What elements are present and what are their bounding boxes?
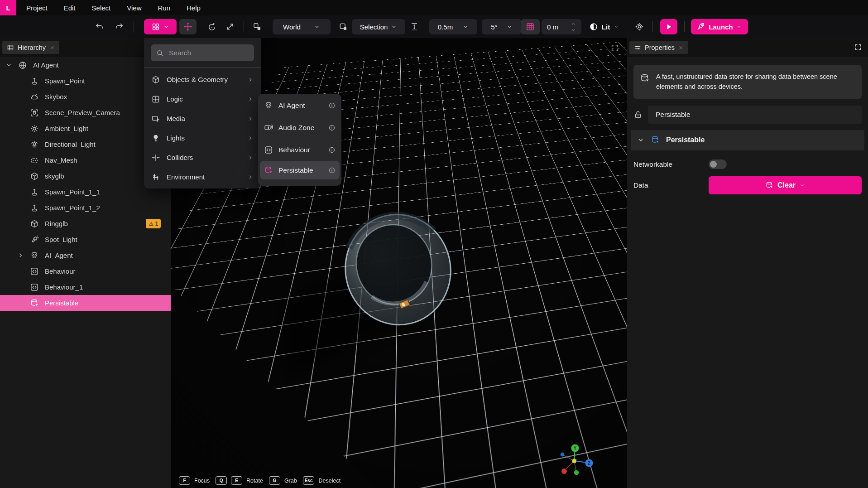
menu-item-colliders[interactable]: Colliders	[144, 148, 261, 167]
properties-tabstrip: Properties	[627, 38, 868, 57]
launch-label: Launch	[709, 23, 733, 31]
axis-x-ball[interactable]	[561, 469, 567, 474]
close-icon[interactable]	[49, 45, 55, 50]
submenu-item-persistable[interactable]: Persistable	[260, 161, 340, 179]
gizmo-center	[572, 459, 576, 463]
menu-item-logic[interactable]: Logic	[144, 89, 261, 109]
key-q: Q	[216, 476, 227, 485]
tab-hierarchy[interactable]: Hierarchy	[2, 41, 59, 54]
move-tool-icon	[183, 22, 192, 31]
menu-item-label: Logic	[167, 95, 183, 103]
submenu-item-behaviour[interactable]: Behaviour	[258, 139, 341, 161]
menu-item-objects-geometry[interactable]: Objects & Geometry	[144, 70, 261, 89]
settings-button[interactable]	[632, 19, 647, 34]
pivot-dropdown[interactable]: Selection	[352, 19, 405, 34]
undo-button[interactable]	[93, 19, 106, 34]
rotate-tool-button[interactable]	[205, 19, 219, 34]
tree-item-ai-agent[interactable]: AI_Agent	[0, 247, 171, 263]
menu-project[interactable]: Project	[26, 4, 48, 12]
chevron-down-icon	[736, 24, 742, 29]
chevron-down-icon[interactable]	[5, 62, 12, 68]
toggle-knob	[710, 161, 717, 168]
app-logo-letter: L	[6, 4, 10, 12]
chevron-down-icon[interactable]	[571, 27, 576, 33]
submenu-item-audio-zone[interactable]: Audio Zone	[258, 116, 341, 139]
info-icon[interactable]	[328, 124, 336, 131]
translate-snap-dropdown[interactable]: 0.5m	[429, 19, 477, 34]
chevron-down-icon	[462, 24, 469, 30]
menu-item-environment[interactable]: Environment	[144, 167, 261, 187]
lock-open-icon[interactable]	[633, 110, 643, 119]
tab-properties[interactable]: Properties	[629, 41, 688, 54]
snap-icon	[410, 22, 419, 31]
component-section-title: Persistable	[666, 136, 705, 144]
menu-search[interactable]	[151, 44, 254, 61]
tree-item-persistable[interactable]: Persistable	[0, 295, 171, 311]
submenu-item-ai-agent[interactable]: AI Agent	[258, 94, 341, 116]
menu-edit[interactable]: Edit	[64, 4, 76, 12]
app-logo[interactable]: L	[0, 0, 16, 15]
toolbar-divider	[684, 21, 685, 32]
properties-tab-label: Properties	[645, 44, 675, 51]
grid-toggle-button[interactable]	[521, 19, 540, 34]
warning-badge[interactable]: 1	[146, 219, 161, 228]
info-icon[interactable]	[328, 146, 336, 154]
tree-item-spawn-point-1-2[interactable]: Spawn_Point_1_2	[0, 200, 171, 216]
skybox-icon	[30, 92, 39, 101]
axis-neg-ball[interactable]	[561, 453, 565, 457]
play-button[interactable]	[660, 19, 677, 34]
tree-item-spot-light[interactable]: Spot_Light	[0, 232, 171, 247]
axis-neg-y-ball[interactable]	[574, 470, 579, 475]
ring-model[interactable]	[335, 204, 461, 335]
toolbar-divider	[652, 21, 653, 32]
code-icon	[30, 267, 39, 276]
key-e: E	[231, 476, 242, 485]
tree-item-label: Directional_Light	[45, 140, 96, 148]
toolbar: World Selection 0.5m 5° 0 m Lit Launch	[0, 15, 868, 38]
snap-button[interactable]	[408, 19, 421, 34]
tree-item-ringglb[interactable]: Ringglb 1	[0, 216, 171, 232]
menu-view[interactable]: View	[127, 4, 141, 12]
grid-height-stepper[interactable]: 0 m	[542, 19, 581, 34]
grid-icon	[526, 22, 535, 31]
tree-item-behaviour[interactable]: Behaviour	[0, 263, 171, 279]
add-object-menu-button[interactable]	[144, 19, 177, 34]
shading-dropdown[interactable]: Lit	[585, 19, 623, 34]
rotate-snap-value: 5°	[491, 23, 497, 31]
rotate-snap-dropdown[interactable]: 5°	[482, 19, 522, 34]
space-dropdown[interactable]: World	[273, 19, 331, 34]
database-icon	[30, 299, 39, 308]
hierarchy-icon	[7, 44, 14, 51]
transform-space-button[interactable]	[250, 19, 264, 34]
database-icon	[264, 166, 273, 175]
clear-data-button[interactable]: Clear	[709, 176, 862, 194]
chevron-right-icon[interactable]	[17, 252, 24, 259]
redo-button[interactable]	[112, 19, 126, 34]
networkable-toggle[interactable]	[709, 159, 727, 169]
scale-tool-button[interactable]	[223, 19, 237, 34]
submenu-item-label: Audio Zone	[278, 124, 314, 132]
menu-item-media[interactable]: Media	[144, 109, 261, 128]
info-icon[interactable]	[328, 102, 336, 109]
data-label: Data	[633, 181, 709, 189]
launch-button[interactable]: Launch	[691, 19, 748, 34]
menu-help[interactable]: Help	[187, 4, 201, 12]
viewport-expand-icon[interactable]	[611, 44, 619, 52]
menu-select[interactable]: Select	[92, 4, 111, 12]
menu-item-lights[interactable]: Lights	[144, 128, 261, 148]
menu-run[interactable]: Run	[158, 4, 171, 12]
chevron-down-icon[interactable]	[637, 136, 644, 144]
panel-expand-icon[interactable]	[854, 43, 862, 51]
move-tool-button[interactable]	[179, 19, 197, 34]
pivot-button[interactable]	[336, 19, 350, 34]
search-input[interactable]	[168, 48, 260, 58]
entity-name-input[interactable]	[648, 106, 862, 124]
chevron-up-icon[interactable]	[571, 21, 576, 27]
submenu-item-label: Persistable	[278, 166, 313, 174]
component-section-header[interactable]: Persistable	[631, 130, 864, 150]
info-icon[interactable]	[328, 167, 336, 174]
tree-item-behaviour-1[interactable]: Behaviour_1	[0, 279, 171, 295]
orientation-gizmo[interactable]: Y Z	[555, 443, 596, 480]
close-icon[interactable]	[678, 45, 684, 50]
rocket-icon	[697, 23, 705, 31]
